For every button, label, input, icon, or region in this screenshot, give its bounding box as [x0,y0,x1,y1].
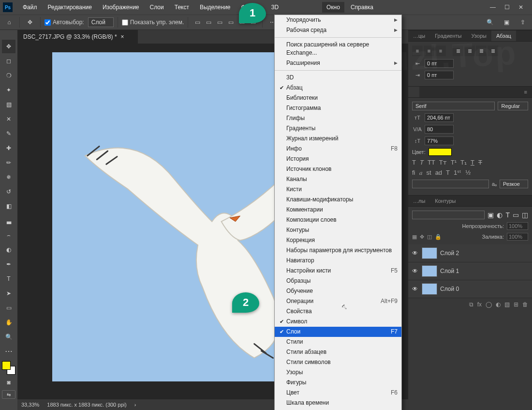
window-menu-dropdown[interactable]: Упорядочить▶Рабочая среда▶Поиск расширен… [274,15,402,410]
delete-layer-icon[interactable]: 🗑 [522,301,528,308]
antialias-select[interactable]: Резкое [500,180,528,188]
layer-kind-select[interactable] [412,211,485,219]
menu-item[interactable]: ✔Символ [275,317,401,327]
edit-toolbar[interactable]: ⇆ [2,390,15,399]
fg-color-swatch[interactable] [2,361,11,370]
italic-icon[interactable]: T [420,159,424,166]
menu-item[interactable]: Навигатор [275,256,401,266]
indent-first-input[interactable] [425,71,454,79]
menu-item[interactable]: ЦветF6 [275,388,401,398]
menu-item[interactable]: Журнал измерений [275,134,401,144]
menu-item[interactable]: ИнфоF8 [275,144,401,154]
frame-tool[interactable]: ✕ [2,112,15,126]
healing-tool[interactable]: ✚ [2,141,15,155]
menu-item[interactable]: Коррекция [275,235,401,245]
align-top-icon[interactable]: ▭ [225,17,236,28]
layer-name[interactable]: Слой 1 [440,268,459,274]
menu-item[interactable]: Рабочая среда▶ [275,25,401,35]
strike-icon[interactable]: T [478,159,482,166]
filter-type-icon[interactable]: T [505,211,510,219]
panel-tab-patterns[interactable]: Узоры [467,30,491,41]
menu-item[interactable]: Каналы [275,174,401,184]
menu-image[interactable]: Изображение [98,2,144,13]
font-weight-select[interactable]: Regular [498,102,528,110]
menu-item[interactable]: ✔СлоиF7 [275,327,401,337]
panel-tab-paths[interactable]: Контуры [430,196,460,206]
vscale-input[interactable] [425,137,454,145]
gradient-tool[interactable]: ▃ [2,214,15,228]
eraser-tool[interactable]: ◧ [2,199,15,213]
type-tool[interactable]: T [2,272,15,286]
new-layer-icon[interactable]: ⊞ [514,301,518,308]
align-left-icon[interactable]: ▭ [192,17,203,28]
pen-tool[interactable]: ✒ [2,258,15,271]
visibility-icon[interactable]: 👁 [411,268,419,274]
menu-layers[interactable]: Слои [146,2,168,13]
lock-position-icon[interactable]: ✥ [420,234,424,240]
menu-help[interactable]: Справка [346,2,378,13]
close-tab-icon[interactable]: × [121,33,124,40]
layer-name[interactable]: Слой 2 [440,250,459,257]
auto-select-toggle[interactable]: Автовыбор: [44,19,84,26]
liga-ad-icon[interactable]: ad [435,169,442,177]
panel-tab-gradients[interactable]: Градиенты [430,30,466,41]
group-layers-icon[interactable]: ▧ [504,301,510,308]
blur-tool[interactable]: ⌢ [2,228,15,242]
status-zoom[interactable]: 33,33% [21,402,39,408]
menu-item[interactable]: Образцы [275,276,401,286]
panel-menu-icon[interactable]: ≡ [519,87,532,97]
menu-item[interactable]: ✔Абзац [275,83,401,93]
layer-item[interactable]: 👁 Слой 2 [408,244,532,262]
menu-item[interactable]: История [275,154,401,164]
menu-item[interactable]: Комментарии [275,205,401,215]
font-family-select[interactable]: Serif [412,102,495,110]
document-tab[interactable]: DSC_2717.JPG @ 33,3% (RGB/8) * × [17,30,138,44]
panel-tab-swatches[interactable]: …цы [408,30,430,41]
marquee-tool[interactable]: ◻ [2,54,15,68]
liga-st-icon[interactable]: st [427,169,431,177]
close-icon[interactable]: ✕ [518,4,523,11]
menu-item[interactable]: Обучение [275,286,401,296]
menu-item[interactable]: 3D [275,73,401,83]
opacity-input[interactable] [507,222,528,230]
minimize-icon[interactable]: — [490,4,496,11]
stamp-tool[interactable]: ✵ [2,170,15,184]
liga-1st-icon[interactable]: 1ˢᵗ [454,169,461,177]
filter-shape-icon[interactable]: ▭ [513,211,519,219]
home-icon[interactable]: ⌂ [3,16,15,29]
share-icon[interactable]: ⇪ [517,16,529,29]
para-align-center-icon[interactable]: ≡ [424,46,434,56]
liga-half-icon[interactable]: ½ [465,169,471,177]
path-select-tool[interactable]: ➤ [2,287,15,300]
link-layers-icon[interactable]: ⧉ [469,301,473,308]
visibility-icon[interactable]: 👁 [411,250,419,257]
menu-item[interactable]: Упорядочить▶ [275,15,401,25]
bold-icon[interactable]: T [412,159,416,166]
layer-item[interactable]: 👁 Слой 0 [408,280,532,298]
para-justify-center-icon[interactable]: ≣ [464,46,475,56]
menu-item[interactable]: Фигуры [275,378,401,388]
layer-fx-icon[interactable]: fx [477,301,482,308]
menu-window[interactable]: Окно [322,2,344,13]
layer-mask-icon[interactable]: ◯ [486,301,492,308]
wand-tool[interactable]: ✦ [2,83,15,97]
para-justify-all-icon[interactable]: ≣ [488,46,498,56]
eyedropper-tool[interactable]: ✎ [2,127,15,140]
font-size-input[interactable] [425,113,454,122]
zoom-tool[interactable]: 🔍 [2,330,15,344]
tracking-input[interactable] [425,125,454,134]
menu-item[interactable]: Клавиши-модификаторы [275,195,401,205]
adjustment-layer-icon[interactable]: ◐ [496,301,501,308]
move-tool[interactable]: ✥ [2,40,15,53]
search-icon[interactable]: 🔍 [484,16,496,29]
visibility-icon[interactable]: 👁 [411,286,419,292]
menu-item[interactable]: Настройки кистиF5 [275,266,401,276]
menu-item[interactable]: Композиции слоев [275,215,401,225]
lock-pixels-icon[interactable]: ▦ [412,234,417,240]
para-justify-left-icon[interactable]: ≣ [453,46,463,56]
show-transform-checkbox[interactable] [122,19,128,26]
para-align-right-icon[interactable]: ≡ [435,46,446,56]
panel-tab-paragraph[interactable]: Абзац [491,30,516,41]
menu-3d[interactable]: 3D [267,2,283,13]
menu-item[interactable]: Стили символов [275,357,401,367]
